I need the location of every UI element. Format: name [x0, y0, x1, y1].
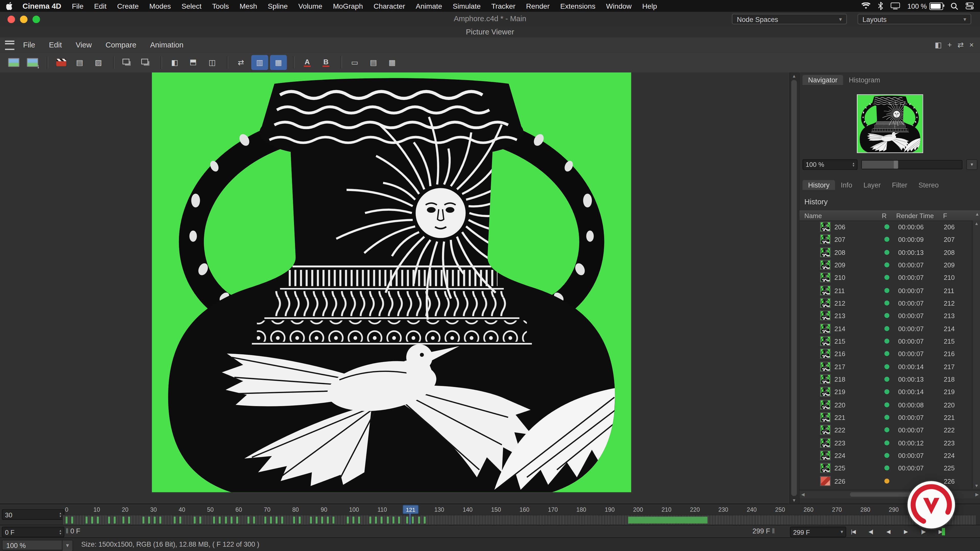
prev-frame-button[interactable]: ◀| — [862, 527, 879, 537]
display-icon[interactable] — [891, 3, 900, 10]
history-vertical-scrollbar[interactable]: ▲ ▼ — [972, 221, 980, 489]
timeline-tick-strip[interactable] — [62, 515, 976, 526]
search-icon[interactable] — [951, 2, 958, 10]
scroll-left-icon[interactable]: ◀ — [801, 492, 805, 497]
viewer-menu-file[interactable]: File — [23, 41, 35, 49]
history-row-220[interactable]: 22000:00:08220 — [799, 398, 972, 411]
tab-history[interactable]: History — [802, 180, 835, 190]
history-row-214[interactable]: 21400:00:07214 — [799, 322, 972, 335]
history-row-211[interactable]: 21100:00:07211 — [799, 284, 972, 297]
tab-histogram[interactable]: Histogram — [843, 75, 886, 85]
viewer-menu-animation[interactable]: Animation — [150, 41, 183, 49]
rendered-image[interactable] — [152, 73, 631, 492]
compare-onion-icon[interactable]: ▦ — [270, 55, 287, 70]
menubar-item-extensions[interactable]: Extensions — [560, 2, 595, 10]
end-frame-dropdown[interactable]: 299 F ▾ — [790, 527, 846, 537]
stepper-arrows-icon[interactable]: ▴▾ — [853, 162, 854, 167]
close-icon[interactable]: × — [969, 41, 974, 49]
tab-navigator[interactable]: Navigator — [802, 75, 843, 85]
scroll-up-icon[interactable]: ▲ — [974, 221, 979, 225]
navigator-zoom-field[interactable]: 100 % ▴▾ — [802, 159, 858, 170]
new-panel-icon[interactable]: + — [947, 41, 952, 49]
menubar-item-volume[interactable]: Volume — [298, 2, 322, 10]
canvas-vertical-scrollbar[interactable]: ▲ ▼ — [789, 73, 798, 503]
menubar-item-window[interactable]: Window — [606, 2, 632, 10]
history-row-221[interactable]: 22100:00:07221 — [799, 411, 972, 424]
stepper-arrows-icon[interactable]: ▴▾ — [59, 512, 61, 517]
play-backward-button[interactable]: ◀ — [880, 527, 896, 537]
history-row-212[interactable]: 21200:00:07212 — [799, 297, 972, 310]
viewer-canvas[interactable]: ▲ ▼ — [0, 73, 799, 503]
column-f[interactable]: F — [943, 212, 947, 219]
slider-handle[interactable] — [894, 160, 898, 168]
view-single-icon[interactable]: ▭ — [346, 55, 363, 70]
bluetooth-icon[interactable] — [878, 2, 883, 10]
history-row-225[interactable]: 22500:00:07225 — [799, 462, 972, 475]
navigator-thumbnail[interactable] — [857, 94, 923, 153]
menubar-item-tracker[interactable]: Tracker — [491, 2, 515, 10]
menubar-item-mesh[interactable]: Mesh — [240, 2, 257, 10]
detach-icon[interactable]: ⇄ — [958, 41, 964, 49]
menubar-item-simulate[interactable]: Simulate — [453, 2, 481, 10]
menubar-item-edit[interactable]: Edit — [94, 2, 107, 10]
render-progress-badge[interactable] — [906, 480, 956, 530]
history-row-219[interactable]: 21900:00:14219 — [799, 386, 972, 399]
menubar-item-render[interactable]: Render — [526, 2, 549, 10]
image-prev-icon[interactable]: ▤ — [71, 55, 88, 70]
scroll-down-icon[interactable]: ▼ — [974, 484, 979, 488]
scrollbar-thumb[interactable] — [791, 80, 797, 496]
menubar-item-character[interactable]: Character — [374, 2, 405, 10]
compare-split-h-icon[interactable]: ◧ — [166, 55, 183, 70]
stepper-arrows-icon[interactable]: ▴▾ — [59, 529, 61, 535]
history-row-222[interactable]: 22200:00:07222 — [799, 424, 972, 437]
scroll-up-icon[interactable]: ▲ — [792, 74, 796, 78]
history-row-218[interactable]: 21800:00:13218 — [799, 373, 972, 386]
compare-swap-icon[interactable]: ⇄ — [232, 55, 249, 70]
tab-filter[interactable]: Filter — [886, 180, 913, 190]
viewer-menu-compare[interactable]: Compare — [105, 41, 136, 49]
menubar-item-file[interactable]: File — [72, 2, 83, 10]
menubar-item-animate[interactable]: Animate — [416, 2, 442, 10]
viewer-menu-edit[interactable]: Edit — [49, 41, 62, 49]
stop-render-icon[interactable] — [52, 55, 69, 70]
panel-layout-icon[interactable]: ◧ — [935, 41, 942, 49]
viewer-menu-view[interactable]: View — [76, 41, 92, 49]
menubar-item-modes[interactable]: Modes — [149, 2, 171, 10]
compare-overlay-icon[interactable]: ◫ — [204, 55, 221, 70]
history-row-224[interactable]: 22400:00:07224 — [799, 449, 972, 462]
tab-layer[interactable]: Layer — [858, 180, 886, 190]
history-row-206[interactable]: 20600:00:06206 — [799, 221, 972, 233]
column-r[interactable]: R — [882, 212, 887, 219]
save-image-icon[interactable] — [24, 55, 41, 70]
column-render-time[interactable]: Render Time — [896, 212, 934, 219]
history-row-209[interactable]: 20900:00:07209 — [799, 259, 972, 272]
image-next-icon[interactable]: ▨ — [90, 55, 107, 70]
tab-stereo[interactable]: Stereo — [913, 180, 944, 190]
timeline-ruler[interactable]: 0102030405060708090100110120130140150160… — [62, 505, 976, 525]
statusbar-zoom-dropdown[interactable]: 100 % — [2, 540, 65, 551]
timeline-playhead[interactable]: 121 — [402, 505, 419, 514]
open-image-icon[interactable] — [5, 55, 22, 70]
wifi-icon[interactable] — [861, 3, 870, 10]
tab-info[interactable]: Info — [835, 180, 858, 190]
mark-b-icon[interactable]: B — [318, 55, 334, 70]
compare-split-v-icon[interactable]: ◧ — [185, 55, 202, 70]
scroll-up-icon[interactable]: ▲ — [975, 212, 980, 216]
history-row-215[interactable]: 21500:00:07215 — [799, 335, 972, 348]
history-row-216[interactable]: 21600:00:07216 — [799, 348, 972, 360]
current-frame-field[interactable]: 0 F ▴▾ — [2, 527, 64, 537]
menubar-item-tools[interactable]: Tools — [212, 2, 229, 10]
column-name[interactable]: Name — [804, 212, 822, 219]
history-row-210[interactable]: 21000:00:07210 — [799, 272, 972, 284]
history-row-213[interactable]: 21300:00:07213 — [799, 310, 972, 322]
mark-a-icon[interactable]: A — [299, 55, 316, 70]
menubar-item-spline[interactable]: Spline — [268, 2, 288, 10]
history-row-217[interactable]: 21700:00:14217 — [799, 360, 972, 373]
compare-link-icon[interactable]: ▥ — [251, 55, 268, 70]
control-center-icon[interactable] — [966, 3, 974, 10]
view-grid-icon[interactable]: ▦ — [384, 55, 401, 70]
history-row-223[interactable]: 22300:00:12223 — [799, 437, 972, 449]
apple-menu[interactable] — [6, 2, 14, 10]
node-spaces-dropdown[interactable]: Node Spaces ▾ — [732, 14, 847, 24]
navigator-options-dropdown[interactable]: ▾ — [966, 159, 977, 170]
